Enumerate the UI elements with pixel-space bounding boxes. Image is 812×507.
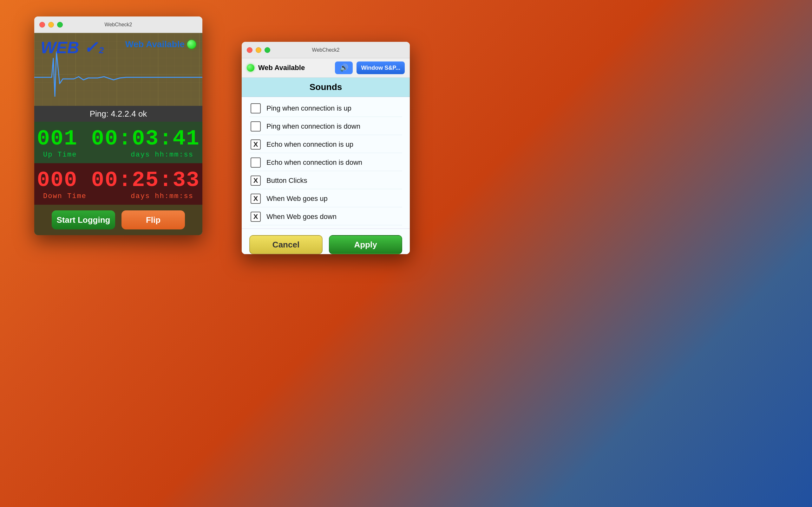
minimize-button[interactable] xyxy=(48,22,54,27)
main-titlebar: WebCheck2 xyxy=(34,16,202,33)
cancel-button[interactable]: Cancel xyxy=(249,235,322,254)
sounds-traffic-lights xyxy=(247,47,270,53)
checkbox-item-ping-down: Ping when connection is down xyxy=(249,118,402,135)
web-logo-text: WEB ✓ xyxy=(41,38,98,57)
checkbox-echo-down[interactable] xyxy=(251,158,261,168)
sounds-titlebar: WebCheck2 xyxy=(242,42,410,58)
checkbox-label-button-clicks: Button Clicks xyxy=(266,176,307,185)
sounds-button-row: Cancel Apply xyxy=(242,228,410,254)
checkbox-label-web-down: When Web goes down xyxy=(266,213,337,221)
up-time-format: days hh:mm:ss xyxy=(131,151,194,159)
sounds-header-row: Web Available 🔊 Window S&P... xyxy=(242,58,410,78)
main-body: WEB ✓2 Web Available Ping: 4.2.2.4 ok 00… xyxy=(34,33,202,235)
main-window: WebCheck2 W xyxy=(34,16,202,235)
checkbox-item-web-down: XWhen Web goes down xyxy=(249,209,402,225)
speaker-icon: 🔊 xyxy=(340,64,348,72)
up-time-section: 001 00:03:41 Up Time days hh:mm:ss xyxy=(34,122,202,163)
up-time-label: Up Time xyxy=(43,151,77,159)
sounds-status-dot xyxy=(247,64,254,72)
checkbox-item-button-clicks: XButton Clicks xyxy=(249,172,402,189)
maximize-button[interactable] xyxy=(57,22,63,27)
checkbox-web-down[interactable]: X xyxy=(251,212,261,222)
status-indicator-green xyxy=(187,40,196,49)
speaker-button[interactable]: 🔊 xyxy=(335,61,353,74)
checkbox-ping-up[interactable] xyxy=(251,103,261,113)
sounds-panel-title: Sounds xyxy=(242,78,410,97)
checkbox-item-echo-down: Echo when connection is down xyxy=(249,154,402,171)
close-button[interactable] xyxy=(39,22,45,27)
sounds-window: WebCheck2 Web Available 🔊 Window S&P... … xyxy=(242,42,410,254)
sounds-body: Web Available 🔊 Window S&P... Sounds Pin… xyxy=(242,58,410,254)
sounds-maximize-button[interactable] xyxy=(264,47,270,53)
flip-button[interactable]: Flip xyxy=(121,210,185,229)
main-button-row: Start Logging Flip xyxy=(34,205,202,235)
checkbox-item-web-up: XWhen Web goes up xyxy=(249,190,402,207)
ping-status-line: Ping: 4.2.2.4 ok xyxy=(34,106,202,122)
ping-text: Ping: 4.2.2.4 ok xyxy=(90,109,147,119)
start-logging-button[interactable]: Start Logging xyxy=(52,210,115,229)
main-window-title: WebCheck2 xyxy=(105,22,132,27)
checkbox-item-ping-up: Ping when connection is up xyxy=(249,100,402,117)
sounds-close-button[interactable] xyxy=(247,47,252,53)
checkbox-ping-down[interactable] xyxy=(251,121,261,131)
up-timer-display: 001 00:03:41 xyxy=(37,126,200,151)
traffic-lights xyxy=(39,22,63,27)
checkbox-label-ping-down: Ping when connection is down xyxy=(266,122,360,130)
checkbox-button-clicks[interactable]: X xyxy=(251,176,261,186)
apply-button[interactable]: Apply xyxy=(329,235,402,254)
checkbox-item-echo-up: XEcho when connection is up xyxy=(249,136,402,153)
down-time-format: days hh:mm:ss xyxy=(131,192,194,200)
sounds-minimize-button[interactable] xyxy=(256,47,261,53)
sounds-web-label: Web Available xyxy=(258,64,331,72)
checkbox-web-up[interactable]: X xyxy=(251,193,261,204)
checkbox-label-web-up: When Web goes up xyxy=(266,194,328,203)
down-timer-display: 000 00:25:33 xyxy=(37,168,200,192)
window-sp-button[interactable]: Window S&P... xyxy=(357,61,405,74)
down-time-section: 000 00:25:33 Down Time days hh:mm:ss xyxy=(34,163,202,205)
down-time-label: Down Time xyxy=(43,192,87,200)
sounds-window-title: WebCheck2 xyxy=(312,47,340,53)
web-available-status: Web Available xyxy=(125,39,196,49)
web-available-label: Web Available xyxy=(125,39,185,49)
graph-area: WEB ✓2 Web Available xyxy=(34,33,202,106)
web-logo: WEB ✓2 xyxy=(41,38,104,57)
checkbox-echo-up[interactable]: X xyxy=(251,139,261,150)
checkbox-label-ping-up: Ping when connection is up xyxy=(266,104,351,112)
checkbox-label-echo-down: Echo when connection is down xyxy=(266,158,362,167)
sounds-checkbox-list: Ping when connection is upPing when conn… xyxy=(242,97,410,228)
checkbox-label-echo-up: Echo when connection is up xyxy=(266,140,353,149)
